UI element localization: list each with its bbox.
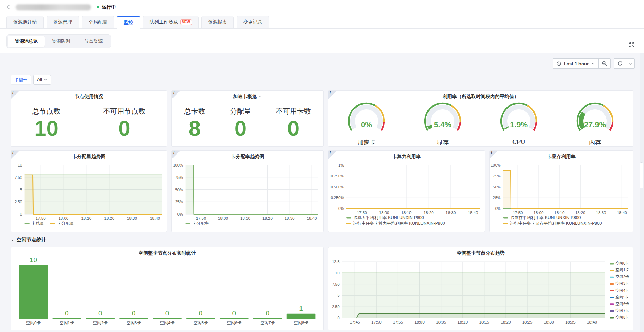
svg-text:卡分配率: 卡分配率 xyxy=(192,221,209,226)
zoom-out-button[interactable] xyxy=(599,59,610,68)
panel-accelerator-overview: i 加速卡概览 总卡数 8 分配量 0 不可用卡数 0 xyxy=(171,90,324,147)
svg-text:0%: 0% xyxy=(361,120,372,129)
svg-text:7.50: 7.50 xyxy=(332,282,339,286)
svg-text:75%: 75% xyxy=(493,174,501,178)
utilization-gauges[interactable]: 0%加速卡5.4%显存1.9%CPU27.9%内存 xyxy=(328,101,633,146)
main-tabbar: 资源池详情 资源管理 全局配置 监控 队列工作负载 NEW 资源报表 变更记录 xyxy=(0,16,644,29)
refresh-interval-dropdown[interactable] xyxy=(626,59,634,68)
svg-text:10: 10 xyxy=(18,163,22,167)
stat-label: 总卡数 xyxy=(184,107,205,116)
svg-text:2.50: 2.50 xyxy=(332,304,339,309)
panel-node-usage: i 节点使用情况 总节点数 10 不可用节点数 0 xyxy=(11,90,167,147)
svg-text:18:10: 18:10 xyxy=(457,320,468,324)
filter-row: 卡型号 All xyxy=(11,75,51,85)
time-range-group: Last 1 hour xyxy=(553,58,611,69)
chevron-down-icon xyxy=(44,78,47,82)
svg-text:18:00: 18:00 xyxy=(379,211,389,215)
svg-text:18:40: 18:40 xyxy=(150,216,160,221)
svg-text:18:00: 18:00 xyxy=(218,216,228,221)
subtab-resource-queues[interactable]: 资源队列 xyxy=(45,36,77,47)
tab-change-log[interactable]: 变更记录 xyxy=(237,16,269,28)
idle-node-trend-chart[interactable]: 02.5057.501012.517:4517:5017:5518:0018:0… xyxy=(328,258,633,330)
chevron-down-icon xyxy=(11,238,14,242)
svg-text:卡总量: 卡总量 xyxy=(31,221,44,226)
panel-title: 节点使用情况 xyxy=(11,91,167,101)
panel-info-icon[interactable]: i xyxy=(11,91,19,99)
svg-text:5: 5 xyxy=(338,293,340,297)
refresh-button[interactable] xyxy=(614,59,626,68)
svg-text:25%: 25% xyxy=(493,195,501,200)
subtab-node-resources[interactable]: 节点资源 xyxy=(77,36,110,47)
svg-text:50%: 50% xyxy=(175,188,183,192)
status-dot xyxy=(97,6,99,8)
scrollbar-thumb[interactable] xyxy=(640,162,643,188)
card-compute-util-chart[interactable]: 0%0.250%0.500%0.750%1%17:5018:0018:1018:… xyxy=(328,161,485,232)
idle-node-bar-chart[interactable]: 10空闲0卡0空闲1卡0空闲2卡0空闲3卡0空闲4卡0空闲5卡0空闲6卡0空闲7… xyxy=(11,258,323,330)
tab-monitoring[interactable]: 监控 xyxy=(117,16,140,29)
panel-title: 卡分配量趋势图 xyxy=(11,151,167,161)
svg-text:空闲0卡: 空闲0卡 xyxy=(26,321,41,325)
tab-resource-report[interactable]: 资源报表 xyxy=(201,16,234,28)
tab-queue-workload[interactable]: 队列工作负载 NEW xyxy=(143,16,199,28)
svg-text:100%: 100% xyxy=(173,163,183,167)
card-mem-util-chart[interactable]: 0%25%50%75%100%17:5018:0018:1018:2018:30… xyxy=(490,161,633,232)
svg-text:空闲3卡: 空闲3卡 xyxy=(615,281,629,285)
svg-text:0.500%: 0.500% xyxy=(331,185,344,189)
chevron-down-icon[interactable] xyxy=(259,95,262,98)
tab-pool-detail[interactable]: 资源池详情 xyxy=(6,16,44,28)
svg-text:18:10: 18:10 xyxy=(240,216,250,221)
panel-info-icon[interactable]: i xyxy=(172,91,180,99)
svg-text:18:20: 18:20 xyxy=(575,211,585,215)
panel-info-icon[interactable]: i xyxy=(490,151,498,159)
refresh-icon xyxy=(617,61,623,66)
panel-title: 空闲整卡节点分布实时统计 xyxy=(11,247,323,258)
subtab-pool-overview[interactable]: 资源池总览 xyxy=(8,36,45,47)
svg-text:50%: 50% xyxy=(493,185,501,189)
card-alloc-rate-chart[interactable]: 0%25%50%75%100%17:5018:0018:1018:2018:30… xyxy=(172,161,323,232)
panel-info-icon[interactable]: i xyxy=(328,151,337,159)
svg-text:17:50: 17:50 xyxy=(513,211,523,215)
stat-value-unavailable-cards: 0 xyxy=(276,117,311,140)
card-model-filter-label[interactable]: 卡型号 xyxy=(11,75,31,85)
card-model-filter-value[interactable]: All xyxy=(33,75,51,85)
time-range-picker[interactable]: Last 1 hour xyxy=(553,59,598,68)
panel-info-icon[interactable]: i xyxy=(328,91,337,99)
svg-text:18:40: 18:40 xyxy=(587,320,597,324)
panel-title: 加速卡概览 xyxy=(172,91,323,101)
svg-text:空闲6卡: 空闲6卡 xyxy=(227,321,241,325)
svg-text:运行中任务卡显存平均利用率 KUNLUNXIN-P800: 运行中任务卡显存平均利用率 KUNLUNXIN-P800 xyxy=(510,221,602,226)
svg-text:0: 0 xyxy=(232,309,236,317)
gauge-label: 加速卡 xyxy=(340,139,393,147)
panel-utilization-gauges: i 利用率（所选取时间段内的平均值） 0%加速卡5.4%显存1.9%CPU27.… xyxy=(328,90,633,147)
tab-resource-mgmt[interactable]: 资源管理 xyxy=(47,16,79,28)
svg-text:0: 0 xyxy=(20,212,22,216)
svg-text:10: 10 xyxy=(30,258,37,264)
back-chevron-icon[interactable] xyxy=(6,5,11,10)
svg-text:空闲1卡: 空闲1卡 xyxy=(615,268,629,272)
svg-text:空闲0卡: 空闲0卡 xyxy=(615,261,629,265)
panel-card-alloc-rate-trend: i 卡分配率趋势图 0%25%50%75%100%17:5018:0018:10… xyxy=(171,150,324,232)
panel-title: 卡显存利用率 xyxy=(490,151,633,161)
stat-label: 分配量 xyxy=(230,107,251,116)
tab-global-config[interactable]: 全局配置 xyxy=(82,16,114,28)
card-alloc-qty-chart[interactable]: 02.5057.501017:5018:0018:1018:2018:3018:… xyxy=(11,161,167,232)
svg-text:17:55: 17:55 xyxy=(393,320,403,324)
panel-title: 卡分配率趋势图 xyxy=(172,151,323,161)
svg-text:0: 0 xyxy=(266,309,269,317)
zoom-out-icon xyxy=(602,61,607,66)
svg-text:18:20: 18:20 xyxy=(424,211,434,215)
svg-text:18:40: 18:40 xyxy=(617,211,627,215)
svg-text:0: 0 xyxy=(199,309,203,317)
svg-text:空闲1卡: 空闲1卡 xyxy=(60,321,74,325)
panel-info-icon[interactable]: i xyxy=(11,151,19,159)
section-idle-node-stats[interactable]: 空闲节点统计 xyxy=(11,237,46,243)
panel-title: 卡算力利用率 xyxy=(328,151,485,161)
svg-text:卡显存平均利用率 KUNLUNXIN-P800: 卡显存平均利用率 KUNLUNXIN-P800 xyxy=(510,215,581,220)
svg-text:空闲8卡: 空闲8卡 xyxy=(294,321,308,325)
stat-label: 不可用卡数 xyxy=(276,107,311,116)
panel-info-icon[interactable]: i xyxy=(172,151,180,159)
resource-pool-name-redacted xyxy=(16,4,91,10)
panel-title: 利用率（所选取时间段内的平均值） xyxy=(328,91,633,101)
gauge-label: 显存 xyxy=(416,139,469,147)
fullscreen-expand-icon[interactable] xyxy=(628,42,635,48)
